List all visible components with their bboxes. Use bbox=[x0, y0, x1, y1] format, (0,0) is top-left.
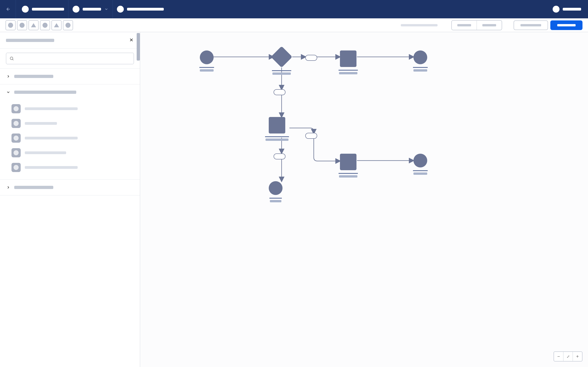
node-msg4[interactable] bbox=[274, 154, 285, 159]
palette-item-2[interactable] bbox=[0, 131, 140, 145]
svg-rect-11 bbox=[274, 154, 285, 159]
svg-rect-6 bbox=[274, 90, 285, 95]
palette-item-3[interactable] bbox=[0, 145, 140, 160]
node-msg2[interactable] bbox=[274, 90, 285, 95]
node-taskC[interactable] bbox=[338, 154, 358, 177]
zoom-in-button[interactable]: + bbox=[573, 352, 582, 361]
chevron-down-icon bbox=[6, 90, 10, 94]
panel-close-button[interactable] bbox=[129, 37, 134, 43]
svg-rect-8 bbox=[305, 133, 317, 139]
palette-item-icon bbox=[11, 148, 21, 157]
nav-item-1[interactable] bbox=[69, 0, 112, 18]
node-underline bbox=[265, 136, 289, 137]
svg-point-0 bbox=[10, 57, 13, 60]
search-icon bbox=[9, 56, 14, 61]
section-header[interactable] bbox=[0, 84, 140, 100]
search-box[interactable] bbox=[6, 53, 134, 64]
nav-divider bbox=[16, 0, 16, 18]
palette-item-label bbox=[25, 166, 78, 169]
palette-tool-5[interactable] bbox=[63, 20, 73, 30]
section-header[interactable] bbox=[0, 180, 140, 195]
palette-tool-0[interactable] bbox=[6, 20, 16, 30]
view-toggle-left[interactable] bbox=[452, 21, 477, 30]
toolbar-status bbox=[401, 24, 438, 26]
close-icon bbox=[129, 37, 134, 42]
circle-icon bbox=[43, 23, 48, 28]
svg-point-12 bbox=[269, 181, 283, 195]
nav-user[interactable] bbox=[548, 0, 585, 18]
view-toggle-right[interactable] bbox=[477, 21, 502, 30]
circle-icon bbox=[19, 23, 25, 28]
node-label bbox=[272, 73, 291, 75]
section-0 bbox=[0, 69, 140, 84]
node-label bbox=[339, 72, 357, 74]
chevron-right-icon bbox=[6, 74, 10, 78]
palette-tool-2[interactable] bbox=[28, 20, 39, 30]
palette-item-0[interactable] bbox=[0, 101, 140, 116]
node-underline bbox=[269, 198, 282, 199]
node-endB[interactable] bbox=[413, 154, 428, 175]
diagram-svg bbox=[140, 32, 588, 367]
palette-item-label bbox=[25, 122, 57, 125]
primary-button[interactable] bbox=[550, 20, 582, 30]
svg-rect-4 bbox=[340, 50, 356, 67]
palette-item-4[interactable] bbox=[0, 160, 140, 175]
node-underline bbox=[199, 67, 214, 68]
section-label bbox=[14, 75, 53, 78]
palette-item-icon bbox=[11, 133, 21, 143]
node-msg3[interactable] bbox=[305, 133, 317, 139]
back-button[interactable] bbox=[3, 0, 14, 18]
node-start[interactable] bbox=[199, 50, 214, 72]
palette-item-1[interactable] bbox=[0, 116, 140, 131]
palette-tool-3[interactable] bbox=[40, 20, 50, 30]
palette-item-icon bbox=[11, 119, 21, 128]
node-taskA[interactable] bbox=[338, 50, 358, 74]
panel-scrollbar[interactable] bbox=[137, 33, 140, 60]
nav-user-label bbox=[563, 8, 581, 10]
section-2 bbox=[0, 180, 140, 195]
palette-item-icon bbox=[11, 163, 21, 172]
nav-text bbox=[127, 8, 164, 10]
palette-item-icon bbox=[11, 104, 21, 113]
svg-rect-9 bbox=[340, 154, 356, 170]
top-nav bbox=[0, 0, 588, 18]
node-underline bbox=[413, 170, 428, 171]
node-msg1[interactable] bbox=[305, 55, 317, 60]
section-label bbox=[14, 91, 76, 94]
diagram-canvas[interactable]: − ⤢ + bbox=[140, 32, 588, 367]
node-label bbox=[200, 69, 214, 72]
node-underline bbox=[272, 70, 291, 71]
toolbar bbox=[0, 18, 588, 32]
nav-item-0[interactable] bbox=[18, 0, 68, 18]
node-label bbox=[266, 139, 288, 141]
circle-icon bbox=[65, 23, 70, 28]
triangle-icon bbox=[54, 23, 59, 27]
zoom-controls: − ⤢ + bbox=[553, 351, 582, 361]
user-avatar-icon bbox=[553, 6, 560, 13]
svg-rect-3 bbox=[305, 55, 317, 60]
edge-msg3-taskC[interactable] bbox=[314, 139, 340, 161]
nav-avatar-icon bbox=[22, 6, 29, 13]
node-gateway[interactable] bbox=[271, 46, 292, 75]
palette-tool-1[interactable] bbox=[17, 20, 27, 30]
nav-item-2[interactable] bbox=[113, 0, 168, 18]
triangle-icon bbox=[31, 23, 36, 27]
palette-group bbox=[6, 20, 73, 30]
palette-item-label bbox=[25, 151, 66, 154]
node-label bbox=[339, 175, 357, 177]
section-header[interactable] bbox=[0, 69, 140, 84]
zoom-out-button[interactable]: − bbox=[554, 352, 563, 361]
node-endA[interactable] bbox=[413, 50, 428, 72]
left-panel bbox=[0, 32, 140, 367]
secondary-button[interactable] bbox=[514, 20, 548, 30]
node-label bbox=[270, 200, 281, 202]
zoom-fit-button[interactable]: ⤢ bbox=[563, 352, 573, 361]
svg-rect-7 bbox=[269, 117, 285, 133]
palette-tool-4[interactable] bbox=[52, 20, 61, 30]
edge-taskB-msg3[interactable] bbox=[289, 128, 314, 133]
search-input[interactable] bbox=[16, 57, 130, 60]
node-endC[interactable] bbox=[269, 181, 283, 202]
node-taskB[interactable] bbox=[265, 117, 289, 141]
nav-avatar-icon bbox=[73, 6, 79, 13]
chevron-right-icon bbox=[6, 185, 10, 190]
